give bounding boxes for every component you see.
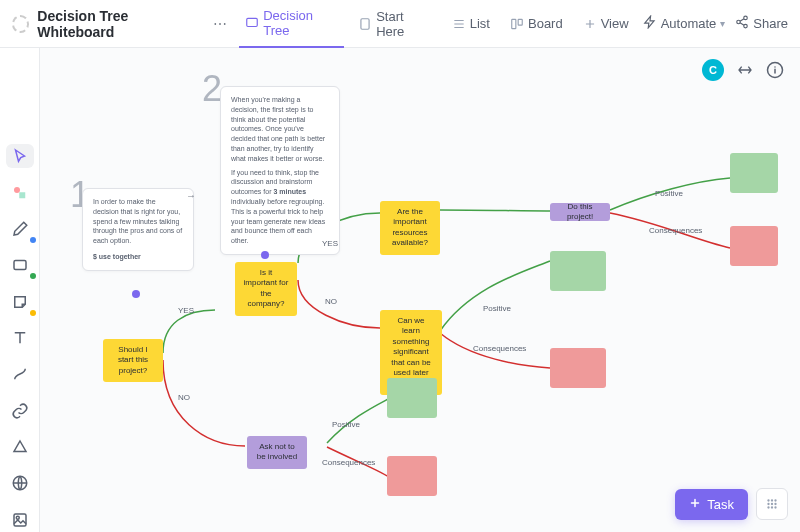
arrow-icon: → [186,190,196,201]
note-body: In order to make the decision that is ri… [93,197,183,246]
more-icon[interactable]: ⋯ [209,16,231,32]
edge-label-consequences: Consequences [322,458,375,467]
edge-label-positive: Positive [655,189,683,198]
color-indicator [30,273,36,279]
edge-label-yes: YES [178,306,194,315]
edge-label-no: NO [178,393,190,402]
svg-point-18 [771,503,773,505]
svg-point-20 [767,506,769,508]
edge-label-positive: Positive [483,304,511,313]
svg-rect-0 [247,18,258,26]
whiteboard-icon [245,16,259,30]
automate-button[interactable]: Automate ▾ [643,15,726,32]
tool-pointer[interactable] [6,144,34,168]
svg-point-4 [744,16,748,20]
node-important-company[interactable]: Is it important for the company? [235,262,297,316]
tab-label: View [601,16,629,31]
node-outcome-red[interactable] [550,348,606,388]
tool-link[interactable] [6,399,34,423]
edge-label-consequences: Consequences [649,226,702,235]
edge-label-positive: Positive [332,420,360,429]
node-do-project[interactable]: Do this project! [550,203,610,221]
tool-pen[interactable] [6,217,34,241]
note-card-2[interactable]: When you're making a decision, the first… [220,86,340,255]
share-label: Share [753,16,788,31]
apps-button[interactable] [756,488,788,520]
tab-label: List [470,16,490,31]
plus-icon [689,497,701,512]
footer: Task [675,488,788,520]
node-ask-not[interactable]: Ask not to be involved [247,436,307,469]
grid-icon [765,497,779,511]
svg-point-15 [771,499,773,501]
svg-point-22 [774,506,776,508]
svg-rect-3 [518,19,522,25]
svg-rect-1 [361,18,369,29]
svg-rect-9 [19,192,25,198]
doc-icon [358,17,372,31]
svg-point-16 [774,499,776,501]
color-indicator [30,237,36,243]
chevron-down-icon: ▾ [720,18,725,29]
page-title: Decision Tree Whiteboard [37,8,201,40]
plus-icon [583,17,597,31]
tab-decision-tree[interactable]: Decision Tree [239,0,344,48]
svg-point-5 [737,20,741,24]
tab-label: Board [528,16,563,31]
app-logo-icon[interactable] [12,15,29,33]
node-resources[interactable]: Are the important resources available? [380,201,440,255]
share-icon [735,15,749,32]
tool-shapes[interactable] [6,180,34,204]
note-card-1[interactable]: In order to make the decision that is ri… [82,188,194,271]
tool-clickup[interactable] [6,435,34,459]
edge-label-yes: YES [322,239,338,248]
node-outcome-green[interactable] [550,251,606,291]
edge-label-no: NO [325,297,337,306]
tool-rect[interactable] [6,253,34,277]
header-left: Decision Tree Whiteboard ⋯ Decision Tree… [12,0,635,48]
board-icon [510,17,524,31]
svg-rect-2 [512,19,516,28]
node-outcome-red[interactable] [387,456,437,496]
color-indicator [30,310,36,316]
anchor-dot[interactable] [132,290,140,298]
svg-point-8 [14,187,20,193]
tab-label: Start Here [376,9,432,39]
svg-point-19 [774,503,776,505]
svg-point-21 [771,506,773,508]
svg-point-13 [16,516,19,519]
tab-start-here[interactable]: Start Here [352,0,438,48]
tool-globe[interactable] [6,471,34,495]
node-outcome-green[interactable] [730,153,778,193]
canvas[interactable]: 1 In order to make the decision that is … [40,48,800,532]
share-button[interactable]: Share [735,15,788,32]
tool-text[interactable] [6,326,34,350]
task-label: Task [707,497,734,512]
node-start[interactable]: Should I start this project? [103,339,163,382]
task-button[interactable]: Task [675,489,748,520]
edge-label-consequences: Consequences [473,344,526,353]
anchor-dot[interactable] [261,251,269,259]
toolbar [0,48,40,532]
list-icon [452,17,466,31]
tool-connector[interactable] [6,362,34,386]
tool-sticky[interactable] [6,289,34,313]
note-p1: When you're making a decision, the first… [231,95,329,164]
tab-board[interactable]: Board [504,0,569,48]
tool-image[interactable] [6,508,34,532]
node-outcome-red[interactable] [730,226,778,266]
svg-rect-12 [14,514,26,526]
svg-point-17 [767,503,769,505]
node-outcome-green[interactable] [387,378,437,418]
header-right: Automate ▾ Share [643,15,788,32]
svg-point-14 [767,499,769,501]
note-p2: If you need to think, stop the discussio… [231,168,329,246]
automate-label: Automate [661,16,717,31]
tab-list[interactable]: List [446,0,496,48]
bolt-icon [643,15,657,32]
svg-point-6 [744,24,748,28]
tab-label: Decision Tree [263,8,338,38]
header: Decision Tree Whiteboard ⋯ Decision Tree… [0,0,800,48]
tab-add-view[interactable]: View [577,0,635,48]
svg-rect-10 [14,261,26,270]
